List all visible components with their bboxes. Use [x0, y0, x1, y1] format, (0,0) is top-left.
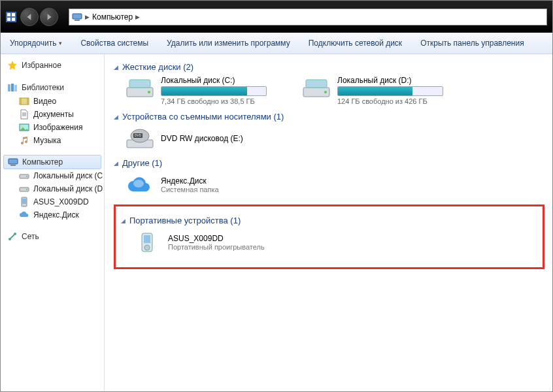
free-space-label: 7,34 ГБ свободно из 38,5 ГБ: [161, 97, 267, 105]
forward-button[interactable]: [40, 8, 58, 26]
sidebar-item-music[interactable]: Музыка: [1, 134, 104, 147]
chevron-right-icon: ▶: [135, 14, 140, 20]
music-icon: [19, 135, 29, 146]
sidebar-network[interactable]: Сеть: [1, 229, 104, 244]
svg-rect-5: [73, 14, 82, 19]
section-portable: ◢Портативные устройства (1) ASUS_X009DDП…: [121, 216, 537, 255]
libraries-icon: [7, 82, 18, 93]
chevron-down-icon: ▾: [59, 40, 62, 46]
map-network-drive-button[interactable]: Подключить сетевой диск: [309, 39, 402, 48]
section-header[interactable]: ◢Портативные устройства (1): [121, 216, 537, 225]
collapse-icon: ◢: [114, 160, 118, 167]
pictures-icon: [19, 122, 29, 133]
svg-point-27: [324, 91, 327, 93]
device-label: ASUS_X009DD: [168, 234, 265, 243]
svg-rect-6: [75, 20, 80, 21]
video-icon: [19, 96, 29, 106]
drive-item-d[interactable]: Локальный диск (D:) 124 ГБ свободно из 4…: [302, 76, 465, 105]
breadcrumb-computer[interactable]: Компьютер: [92, 12, 133, 22]
dvd-drive-item[interactable]: DVD DVD RW дисковод (E:): [126, 125, 295, 152]
portable-device-item[interactable]: ASUS_X009DDПортативный проигрыватель: [133, 229, 303, 255]
svg-rect-36: [144, 235, 150, 243]
svg-point-24: [148, 91, 150, 93]
yandex-disk-item[interactable]: Яндекс.ДискСистемная папка: [126, 172, 295, 198]
device-sublabel: Системная папка: [161, 186, 219, 193]
window-body: Избранное Библиотеки Видео Документы Изо…: [1, 54, 552, 392]
sidebar-computer[interactable]: Компьютер: [3, 155, 101, 169]
uninstall-program-button[interactable]: Удалить или изменить программу: [167, 39, 290, 48]
star-icon: [7, 60, 18, 71]
portable-devices-highlight: ◢Портативные устройства (1) ASUS_X009DDП…: [114, 204, 545, 269]
capacity-bar: [161, 86, 267, 96]
open-control-panel-button[interactable]: Открыть панель управления: [420, 39, 524, 48]
sidebar-item-label: Библиотеки: [22, 83, 64, 92]
sidebar-item-documents[interactable]: Документы: [1, 108, 104, 121]
svg-rect-25: [129, 80, 150, 88]
sidebar-item-drive-d[interactable]: Локальный диск (D: [1, 182, 104, 195]
dvd-drive-icon: DVD: [126, 125, 154, 152]
device-sublabel: Портативный проигрыватель: [168, 243, 265, 251]
svg-point-37: [144, 245, 150, 250]
section-removable: ◢Устройства со съемными носителями (1) D…: [114, 112, 545, 152]
sidebar-item-drive-c[interactable]: Локальный диск (C: [1, 169, 104, 182]
svg-rect-7: [8, 84, 10, 91]
drive-icon: [19, 171, 29, 181]
cloud-icon: [19, 210, 29, 220]
network-icon: [7, 231, 18, 242]
computer-icon: [72, 12, 82, 22]
back-button[interactable]: [20, 8, 39, 26]
svg-rect-8: [11, 84, 14, 91]
sidebar-item-label: Избранное: [22, 61, 61, 70]
sidebar-item-label: Компьютер: [22, 157, 63, 167]
section-other: ◢Другие (1) Яндекс.ДискСистемная папка: [114, 158, 545, 198]
content-pane: ◢Жесткие диски (2) Локальный диск (C:) 7…: [105, 54, 552, 392]
organize-menu[interactable]: Упорядочить▾: [10, 39, 62, 48]
sidebar-item-video[interactable]: Видео: [1, 95, 104, 108]
sidebar-item-yandex-disk[interactable]: Яндекс.Диск: [1, 208, 104, 221]
section-header[interactable]: ◢Другие (1): [114, 158, 545, 168]
system-menu-icon: [6, 12, 16, 22]
computer-icon: [8, 157, 18, 167]
hard-drive-icon: [302, 76, 331, 101]
svg-rect-20: [22, 199, 26, 204]
device-label: DVD RW дисковод (E:): [161, 134, 243, 143]
nav-buttons: [20, 8, 58, 26]
collapse-icon: ◢: [114, 114, 118, 120]
sidebar-item-asus[interactable]: ASUS_X009DD: [1, 195, 104, 208]
sidebar-favorites[interactable]: Избранное: [1, 58, 104, 73]
sidebar-item-label: Сеть: [22, 232, 39, 241]
svg-rect-14: [10, 165, 16, 166]
portable-player-icon: [133, 229, 161, 255]
collapse-icon: ◢: [114, 64, 118, 71]
device-label: Яндекс.Диск: [161, 176, 219, 186]
section-header[interactable]: ◢Жесткие диски (2): [114, 62, 545, 72]
svg-point-34: [133, 180, 144, 188]
cloud-disk-icon: [126, 172, 154, 198]
documents-icon: [19, 109, 29, 120]
drive-label: Локальный диск (D:): [337, 76, 443, 85]
explorer-window: ▶ Компьютер ▶ Упорядочить▾ Свойства сист…: [0, 0, 553, 392]
drive-item-c[interactable]: Локальный диск (C:) 7,34 ГБ свободно из …: [126, 76, 289, 105]
svg-rect-1: [7, 13, 10, 16]
capacity-fill: [161, 87, 247, 95]
phone-icon: [19, 197, 29, 207]
navigation-pane: Избранное Библиотеки Видео Документы Изо…: [1, 54, 105, 392]
svg-rect-28: [306, 80, 327, 88]
svg-rect-3: [7, 18, 10, 21]
address-bar[interactable]: ▶ Компьютер ▶: [69, 8, 547, 25]
collapse-icon: ◢: [121, 218, 126, 224]
sidebar-item-pictures[interactable]: Изображения: [1, 121, 104, 134]
window-titlebar: ▶ Компьютер ▶: [1, 1, 552, 33]
chevron-right-icon: ▶: [85, 14, 90, 20]
svg-rect-13: [8, 159, 18, 164]
section-header[interactable]: ◢Устройства со съемными носителями (1): [114, 112, 545, 122]
capacity-fill: [338, 87, 412, 95]
drive-label: Локальный диск (C:): [161, 76, 267, 85]
hard-drive-icon: [126, 76, 154, 101]
system-properties-button[interactable]: Свойства системы: [80, 39, 148, 48]
svg-point-18: [26, 189, 27, 190]
svg-point-16: [26, 176, 27, 177]
drive-icon: [19, 184, 29, 194]
svg-rect-4: [12, 18, 15, 21]
sidebar-libraries[interactable]: Библиотеки: [1, 80, 104, 95]
